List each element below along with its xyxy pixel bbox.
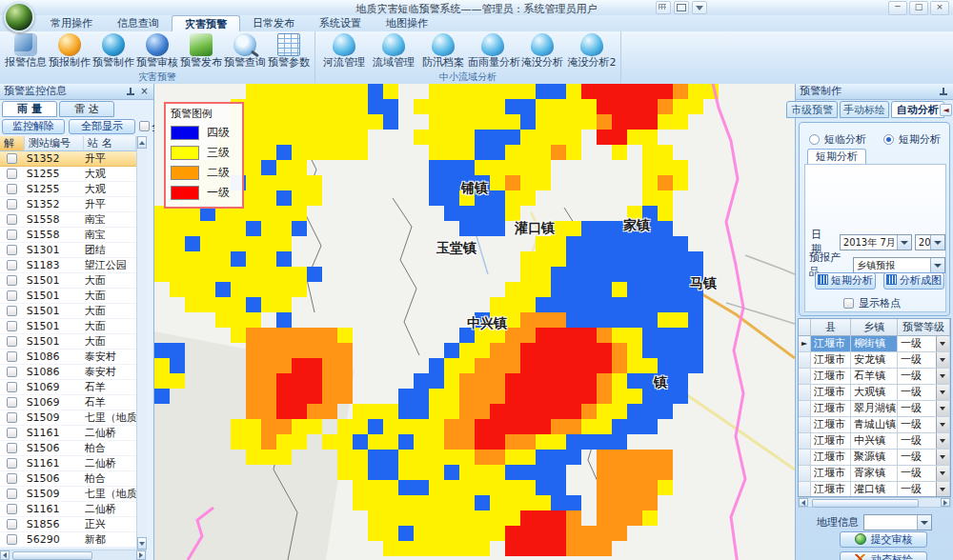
row-checkbox[interactable] (7, 367, 17, 377)
row-checkbox[interactable] (7, 397, 17, 408)
row-checkbox[interactable] (7, 260, 17, 270)
row-checkbox[interactable] (7, 534, 17, 545)
station-row[interactable]: S1255大观 (0, 167, 136, 182)
station-row[interactable]: S1506柏合 (0, 471, 136, 487)
fullscreen-icon[interactable] (674, 1, 689, 14)
station-row[interactable]: S1086泰安村 (0, 350, 136, 365)
menu-tab-2[interactable]: 灾害预警 (172, 15, 240, 31)
chevron-down-icon[interactable] (936, 401, 949, 416)
row-checkbox[interactable] (7, 504, 17, 514)
menu-tab-5[interactable]: 地图操作 (374, 15, 440, 31)
scroll-right-icon[interactable] (941, 498, 950, 507)
grid-row[interactable]: ►江堰市柳街镇一级 (799, 336, 950, 352)
station-row[interactable]: S1161二仙桥 (0, 502, 136, 517)
grid-column-header-0[interactable]: 县 (811, 319, 851, 336)
ribbon-item-面雨量分析[interactable]: 面雨量分析 (468, 31, 517, 71)
scroll-right-icon[interactable] (136, 550, 146, 560)
close-icon[interactable]: × (139, 86, 150, 97)
overflow-checkbox[interactable] (139, 121, 150, 131)
level-select[interactable]: 一级 (898, 466, 950, 482)
minimize-button[interactable]: ─ (888, 1, 907, 15)
row-checkbox[interactable] (7, 153, 17, 164)
row-checkbox[interactable] (7, 382, 17, 392)
station-row[interactable]: S1558南宝 (0, 228, 136, 243)
level-select[interactable]: 一级 (898, 385, 950, 401)
ribbon-item-预警发布[interactable]: 预警发布 (179, 31, 223, 71)
scroll-left-icon[interactable] (0, 550, 10, 560)
station-row[interactable]: S1301团结 (0, 243, 136, 258)
geo-info-select[interactable] (863, 514, 932, 530)
radio-短期分析[interactable] (883, 134, 894, 145)
warning-tab-1[interactable]: 手动标绘 (840, 101, 889, 118)
row-checkbox[interactable] (7, 230, 17, 240)
grid-row[interactable]: 江堰市胥家镇一级 (799, 466, 950, 482)
analysis-to-map-button[interactable]: 分析成图 (883, 272, 944, 290)
ribbon-item-预警参数[interactable]: 预警参数 (267, 31, 311, 71)
scroll-down-icon[interactable] (137, 537, 147, 550)
grid-row[interactable]: 江堰市聚源镇一级 (799, 450, 950, 466)
short-term-analyze-button[interactable]: 短期分析 (815, 272, 876, 290)
level-select[interactable]: 一级 (898, 433, 950, 450)
ribbon-item-报警信息[interactable]: 报警信息 (4, 31, 48, 71)
menu-tab-0[interactable]: 常用操作 (38, 15, 105, 31)
row-checkbox[interactable] (7, 214, 17, 225)
ribbon-item-预警查询[interactable]: 预警查询 (223, 31, 267, 71)
close-button[interactable]: × (930, 1, 949, 15)
ribbon-item-淹没分析2[interactable]: 淹没分析2 (567, 31, 617, 71)
grid-row[interactable]: 江堰市中兴镇一级 (799, 433, 950, 450)
grid-tool-icon[interactable] (656, 1, 671, 14)
monitor-clear-button[interactable]: 监控解除 (2, 119, 65, 134)
level-select[interactable]: 一级 (898, 352, 950, 369)
grid-row[interactable]: 江堰市翠月湖镇一级 (799, 401, 950, 417)
station-row[interactable]: S1506柏合 (0, 441, 136, 456)
chevron-down-icon[interactable] (692, 1, 707, 14)
station-row[interactable]: S1856正兴 (0, 517, 136, 532)
row-checkbox[interactable] (7, 184, 17, 194)
grid-row[interactable]: 江堰市安龙镇一级 (799, 352, 950, 369)
station-table-hscrollbar[interactable] (0, 550, 147, 560)
row-checkbox[interactable] (7, 275, 17, 286)
product-select[interactable]: 乡镇预报 (853, 257, 945, 273)
row-checkbox[interactable] (7, 443, 17, 453)
menu-tab-3[interactable]: 日常发布 (240, 15, 307, 31)
grid-row[interactable]: 江堰市灌口镇一级 (799, 482, 950, 497)
level-select[interactable]: 一级 (898, 482, 950, 497)
hscroll-thumb[interactable] (812, 499, 919, 508)
row-checkbox[interactable] (7, 169, 17, 179)
show-gridpoints-checkbox[interactable] (843, 298, 854, 309)
grid-row[interactable]: 江堰市大观镇一级 (799, 385, 950, 401)
station-row[interactable]: S1161二仙桥 (0, 426, 136, 441)
show-all-button[interactable]: 全部显示 (69, 119, 135, 134)
row-checkbox[interactable] (7, 489, 17, 499)
submit-review-button[interactable]: 提交审核 (840, 531, 927, 548)
row-checkbox[interactable] (7, 245, 17, 255)
station-row[interactable]: S1509七里（地质灾 (0, 487, 136, 502)
scroll-left-icon[interactable] (799, 498, 808, 507)
station-row[interactable]: S1501大面 (0, 273, 136, 289)
warning-tab-0[interactable]: 市级预警 (786, 101, 838, 118)
ribbon-item-防汛档案[interactable]: 防汛档案 (418, 31, 468, 71)
chevron-down-icon[interactable] (936, 385, 949, 400)
grid-row[interactable]: 江堰市石羊镇一级 (799, 369, 950, 385)
chevron-down-icon[interactable] (936, 417, 949, 432)
column-header-2[interactable]: 站 名 (84, 136, 136, 151)
row-checkbox[interactable] (7, 290, 17, 301)
row-checkbox[interactable] (7, 321, 17, 331)
station-row[interactable]: S1501大面 (0, 334, 136, 350)
chevron-down-icon[interactable] (936, 369, 949, 384)
ribbon-item-预报制作[interactable]: 预报制作 (48, 31, 91, 71)
pin-icon[interactable] (939, 87, 947, 97)
station-row[interactable]: S1558南宝 (0, 212, 136, 228)
ribbon-item-预警制作[interactable]: 预警制作 (91, 31, 135, 71)
station-row[interactable]: 56290新都 (0, 532, 136, 548)
ribbon-item-流域管理[interactable]: 流域管理 (369, 31, 418, 71)
level-select[interactable]: 一级 (898, 401, 950, 417)
chevron-down-icon[interactable] (936, 433, 949, 449)
warning-tab-2[interactable]: 自动分析 (891, 101, 944, 118)
app-menu-button[interactable] (4, 2, 34, 32)
radio-短临分析[interactable] (809, 134, 820, 145)
row-checkbox[interactable] (7, 519, 17, 530)
row-checkbox[interactable] (7, 412, 17, 423)
menu-tab-1[interactable]: 信息查询 (105, 15, 172, 31)
subtab-short-term[interactable]: 短期分析 (807, 149, 866, 165)
